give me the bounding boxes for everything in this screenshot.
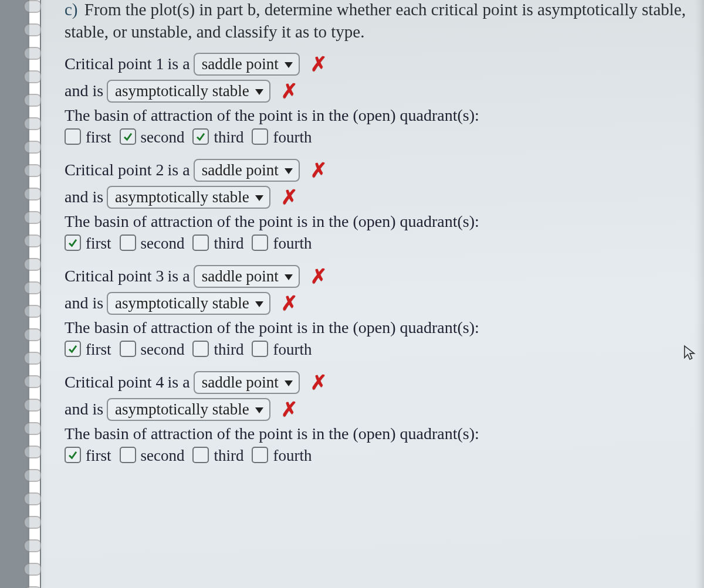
and-is-label: and is <box>65 294 103 312</box>
cp-type-dropdown[interactable]: saddle point <box>194 159 300 182</box>
cp-type-line: Critical point 3 is a saddle point ✗ <box>65 264 688 288</box>
checkbox-first[interactable] <box>65 447 81 463</box>
checkbox-fourth[interactable] <box>252 341 268 357</box>
quadrant-label: first <box>86 234 111 253</box>
wrong-icon: ✗ <box>310 371 327 394</box>
and-is-label: and is <box>65 188 103 206</box>
checkbox-fourth[interactable] <box>252 234 268 251</box>
quadrant-checkbox-row: firstsecondthirdfourth <box>65 234 688 253</box>
checkbox-second[interactable] <box>120 341 136 357</box>
wrong-icon: ✗ <box>310 264 327 288</box>
cp-title: Critical point 3 <box>65 267 164 285</box>
wrong-icon: ✗ <box>281 397 297 421</box>
quadrant-option-second: second <box>120 447 185 465</box>
quadrant-label: first <box>86 341 111 359</box>
quadrant-label: second <box>141 447 185 465</box>
quadrant-option-fourth: fourth <box>252 128 312 147</box>
cp-stability-dropdown[interactable]: asymptotically stable <box>107 398 270 421</box>
checkbox-third[interactable] <box>192 128 209 145</box>
quadrant-option-third: third <box>192 128 243 147</box>
critical-point-block: Critical point 1 is a saddle point ✗and … <box>65 52 688 147</box>
basin-text: The basin of attraction of the point is … <box>65 212 688 231</box>
cp-type-dropdown[interactable]: saddle point <box>194 53 300 76</box>
cp-stability-dropdown[interactable]: asymptotically stable <box>107 80 270 103</box>
quadrant-label: second <box>141 341 185 359</box>
chevron-down-icon <box>255 407 263 413</box>
quadrant-option-fourth: fourth <box>252 341 312 359</box>
cp-type-line: Critical point 2 is a saddle point ✗ <box>65 158 688 182</box>
is-a-label: is a <box>168 55 190 73</box>
quadrant-option-fourth: fourth <box>252 447 312 465</box>
cp-stability-value: asymptotically stable <box>115 82 249 100</box>
quadrant-option-first: first <box>65 128 111 147</box>
cp-stability-line: and is asymptotically stable ✗ <box>65 397 688 421</box>
chevron-down-icon <box>255 195 263 201</box>
checkbox-second[interactable] <box>120 128 136 145</box>
cp-stability-value: asymptotically stable <box>115 294 249 312</box>
critical-point-block: Critical point 2 is a saddle point ✗and … <box>65 158 688 253</box>
basin-text: The basin of attraction of the point is … <box>65 424 688 443</box>
quadrant-label: third <box>214 341 243 359</box>
checkbox-first[interactable] <box>65 234 81 251</box>
chevron-down-icon <box>255 89 263 95</box>
quadrant-option-second: second <box>120 341 185 359</box>
quadrant-label: first <box>86 128 111 147</box>
quadrant-option-second: second <box>120 128 185 147</box>
quadrant-option-third: third <box>192 447 243 465</box>
chevron-down-icon <box>285 274 293 280</box>
quadrant-label: third <box>214 128 243 147</box>
wrong-icon: ✗ <box>310 158 327 182</box>
quadrant-checkbox-row: firstsecondthirdfourth <box>65 447 688 465</box>
quadrant-option-third: third <box>192 341 243 359</box>
basin-text: The basin of attraction of the point is … <box>65 318 688 337</box>
checkbox-third[interactable] <box>192 341 209 357</box>
quadrant-label: third <box>214 447 243 465</box>
quadrant-label: fourth <box>273 234 312 253</box>
cp-type-value: saddle point <box>202 373 279 392</box>
critical-point-block: Critical point 4 is a saddle point ✗and … <box>65 371 688 465</box>
quadrant-checkbox-row: firstsecondthirdfourth <box>65 128 688 147</box>
cp-type-dropdown[interactable]: saddle point <box>194 265 300 288</box>
wrong-icon: ✗ <box>281 291 297 315</box>
quadrant-label: fourth <box>273 341 312 359</box>
cp-type-line: Critical point 1 is a saddle point ✗ <box>65 52 688 76</box>
checkbox-third[interactable] <box>192 447 209 463</box>
quadrant-label: first <box>86 447 111 465</box>
and-is-label: and is <box>65 81 103 100</box>
quadrant-option-first: first <box>65 447 111 465</box>
wrong-icon: ✗ <box>281 185 297 209</box>
cp-stability-value: asymptotically stable <box>115 400 249 419</box>
quadrant-checkbox-row: firstsecondthirdfourth <box>65 341 688 359</box>
cp-stability-dropdown[interactable]: asymptotically stable <box>107 186 270 209</box>
cp-title: Critical point 2 <box>65 161 164 179</box>
checkbox-second[interactable] <box>120 234 136 251</box>
quadrant-option-fourth: fourth <box>252 234 312 253</box>
cp-stability-line: and is asymptotically stable ✗ <box>65 291 688 315</box>
is-a-label: is a <box>168 373 190 392</box>
quadrant-option-second: second <box>120 234 185 253</box>
cp-type-value: saddle point <box>202 161 279 179</box>
quadrant-option-first: first <box>65 234 111 253</box>
cp-type-value: saddle point <box>202 267 279 285</box>
quadrant-label: fourth <box>273 447 312 465</box>
cp-stability-dropdown[interactable]: asymptotically stable <box>107 292 270 315</box>
basin-text: The basin of attraction of the point is … <box>65 106 688 125</box>
prompt-text: From the plot(s) in part b, determine wh… <box>65 0 686 41</box>
cp-stability-line: and is asymptotically stable ✗ <box>65 185 688 209</box>
checkbox-fourth[interactable] <box>252 128 268 145</box>
cp-title: Critical point 4 <box>65 373 164 392</box>
cp-type-dropdown[interactable]: saddle point <box>194 371 300 394</box>
checkbox-second[interactable] <box>120 447 136 463</box>
quadrant-label: fourth <box>273 128 312 147</box>
quadrant-option-first: first <box>65 341 111 359</box>
checkbox-third[interactable] <box>192 234 209 251</box>
wrong-icon: ✗ <box>310 52 327 76</box>
is-a-label: is a <box>168 161 190 179</box>
quadrant-label: second <box>141 234 185 253</box>
checkbox-first[interactable] <box>65 128 81 145</box>
checkbox-first[interactable] <box>65 341 81 357</box>
cp-stability-line: and is asymptotically stable ✗ <box>65 79 688 103</box>
question-prompt: c) From the plot(s) in part b, determine… <box>65 0 688 43</box>
cp-type-line: Critical point 4 is a saddle point ✗ <box>65 371 688 394</box>
checkbox-fourth[interactable] <box>252 447 268 463</box>
